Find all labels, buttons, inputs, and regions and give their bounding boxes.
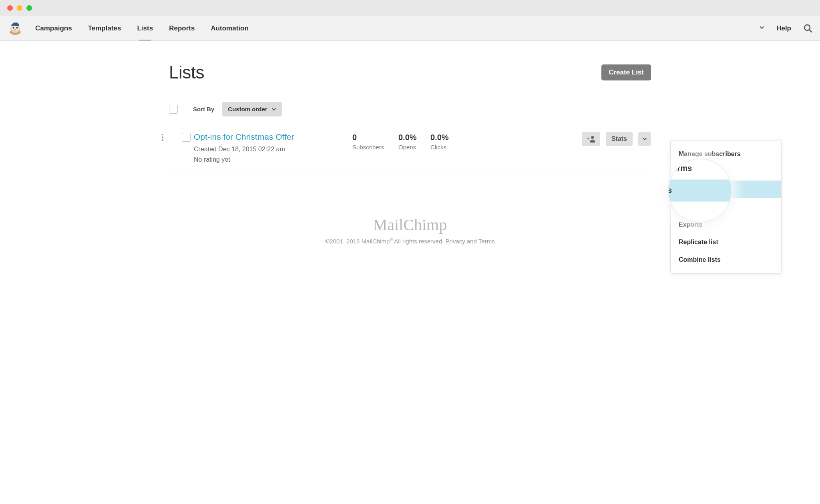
footer-and: and <box>465 238 478 245</box>
dropdown-replicate-list[interactable]: Replicate list <box>671 233 781 245</box>
row-actions-dropdown: Manage subscribers Signup forms Settings… <box>670 140 782 245</box>
footer-brand: MailChimp <box>169 215 651 234</box>
dropdown-settings[interactable]: Settings <box>671 181 781 198</box>
window-close-button[interactable] <box>7 5 13 11</box>
window-maximize-button[interactable] <box>26 5 32 11</box>
nav-items: Campaigns Templates Lists Reports Automa… <box>35 16 249 40</box>
dropdown-exports[interactable]: Exports <box>671 216 781 233</box>
window-minimize-button[interactable] <box>17 5 22 11</box>
nav-automation[interactable]: Automation <box>211 16 248 40</box>
nav-reports[interactable]: Reports <box>169 16 195 40</box>
stat-subscribers-label: Subscribers <box>352 144 398 151</box>
list-rating: No rating yet <box>194 155 352 165</box>
list-created-date: Created Dec 18, 2015 02:22 am <box>194 144 352 155</box>
help-link[interactable]: Help <box>776 24 791 32</box>
window-chrome <box>0 0 820 16</box>
svg-point-10 <box>591 136 594 139</box>
svg-line-8 <box>810 30 812 32</box>
svg-point-3 <box>13 26 14 28</box>
mailchimp-logo[interactable] <box>7 20 23 36</box>
terms-link[interactable]: Terms <box>478 238 495 245</box>
stats-button[interactable]: Stats <box>606 132 633 146</box>
sort-bar: Sort By Custom order <box>169 97 651 124</box>
add-subscriber-button[interactable]: + <box>582 132 600 146</box>
sort-selected-value: Custom order <box>228 106 267 112</box>
stat-opens-label: Opens <box>398 144 430 151</box>
footer-copyright: ©2001–2016 MailChimp <box>325 238 390 245</box>
stat-clicks-value: 0.0% <box>430 133 462 142</box>
top-nav: Campaigns Templates Lists Reports Automa… <box>0 16 820 41</box>
dropdown-signup-forms[interactable]: Signup forms <box>671 163 781 181</box>
list-row: Opt-ins for Christmas Offer Created Dec … <box>169 124 651 175</box>
svg-rect-6 <box>13 22 18 24</box>
dropdown-import[interactable]: Import <box>671 198 781 216</box>
nav-templates[interactable]: Templates <box>88 16 121 40</box>
svg-point-5 <box>14 29 16 30</box>
drag-handle-icon[interactable] <box>162 132 168 141</box>
stat-opens-value: 0.0% <box>398 133 430 142</box>
list-name-link[interactable]: Opt-ins for Christmas Offer <box>194 132 352 142</box>
sort-by-label: Sort By <box>193 106 214 112</box>
page-title: Lists <box>169 62 204 82</box>
search-icon[interactable] <box>803 24 813 33</box>
dropdown-manage-subscribers[interactable]: Manage subscribers <box>671 145 781 163</box>
nav-lists[interactable]: Lists <box>137 16 153 40</box>
svg-point-4 <box>16 26 18 28</box>
select-all-checkbox[interactable] <box>169 105 178 114</box>
account-menu-caret[interactable] <box>760 25 764 31</box>
footer: MailChimp ©2001–2016 MailChimp® All righ… <box>169 215 651 245</box>
stat-subscribers-value: 0 <box>352 133 398 142</box>
row-actions-dropdown-button[interactable] <box>638 132 651 146</box>
sort-select[interactable]: Custom order <box>222 102 281 116</box>
chevron-down-icon <box>642 137 647 141</box>
nav-campaigns[interactable]: Campaigns <box>35 16 72 40</box>
svg-text:+: + <box>587 136 590 142</box>
chevron-down-icon <box>271 107 276 112</box>
add-person-icon: + <box>587 135 595 143</box>
registered-mark: ® <box>390 237 392 242</box>
stat-clicks-label: Clicks <box>430 144 462 151</box>
create-list-button[interactable]: Create List <box>601 64 651 80</box>
privacy-link[interactable]: Privacy <box>446 238 465 245</box>
footer-rights: All rights reserved. <box>393 238 446 245</box>
